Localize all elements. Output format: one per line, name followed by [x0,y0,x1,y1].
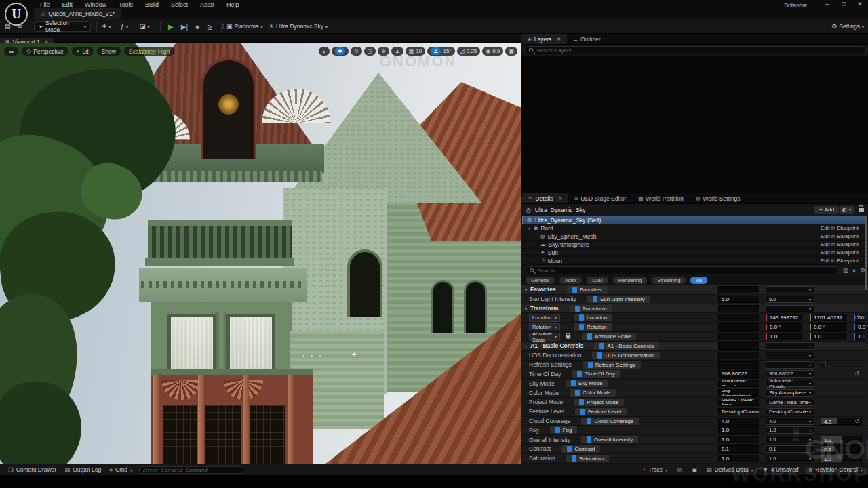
maximize-viewport-button[interactable]: ▣ [505,47,517,56]
uds-documentation-button[interactable]: Feature Level [575,408,627,415]
grid-snap-control[interactable]: ▦10 [406,47,425,56]
settings-dropdown[interactable]: ⚙ Settings [831,19,864,34]
property-row[interactable]: ▾ Fog Fog Fog Fog 1.0 1.0 1.0 [521,426,868,435]
number-field[interactable] [718,333,760,340]
property-checkbox[interactable] [821,362,826,367]
component-row-selected[interactable]: ◎ Ultra_Dynamic_Sky (Self) [522,216,865,224]
property-row[interactable]: ▾ Saturation Saturation Saturation Satur… [521,454,868,464]
property-row[interactable]: ▾ Absolute Scale Absolute Scale Absolute… [521,332,868,342]
property-row[interactable]: ▾ Time Of Day Time Of Day Time Of Day Ti… [521,369,868,379]
number-field[interactable]: 4.0 [718,418,760,425]
property-row[interactable]: ▾ Sun Light Intensity Sun Light Intensit… [521,295,868,304]
menu-item[interactable]: File [34,1,56,8]
number-field[interactable]: Sky Atmosphere [718,389,760,396]
filter-chip[interactable]: All [690,277,707,284]
property-row[interactable]: ▾ Rotation Rotation Rotation Rotation 0.… [521,323,868,332]
menu-item[interactable]: Window [79,1,113,8]
property-dropdown[interactable]: 1.0 [766,426,814,434]
expand-caret-icon[interactable]: ▾ [528,226,534,230]
property-dropdown[interactable]: Volumetric Clouds [766,380,814,387]
uds-documentation-button[interactable]: Saturation [566,455,609,462]
number-field[interactable]: 1.0 [718,436,760,443]
number-field[interactable] [718,323,760,331]
section-caret-icon[interactable]: ▾ [525,287,527,292]
details-scrollbar[interactable] [865,216,867,464]
details-search-input[interactable] [537,268,835,274]
select-tool-button[interactable]: ➤ [319,47,330,56]
uds-documentation-button[interactable]: A1 - Basic Controls [594,342,658,350]
trace-dropdown[interactable]: ◔Trace [642,466,668,473]
add-component-button[interactable]: +Add [814,206,839,214]
lit-dropdown[interactable]: ◐Lit [72,47,94,56]
reset-to-default-icon[interactable] [854,371,859,377]
panel-tab[interactable]: ◈ Layers ✕ [521,34,567,44]
component-tree-row[interactable]: ☀ Sun Edit in Blueprint [521,249,868,257]
property-row[interactable]: ▾ Cloud Coverage Cloud Coverage Cloud Co… [521,417,868,426]
filter-chip[interactable]: Actor [559,277,583,284]
favorites-star-icon[interactable]: ★ [852,267,857,274]
uds-documentation-button[interactable]: Project Mode [574,399,624,406]
component-tree-row[interactable]: ☽ Moon Edit in Blueprint [521,257,868,265]
uds-documentation-button[interactable]: Cloud Coverage [581,418,639,425]
panel-tab[interactable]: ≔ Details ✕ [521,193,568,203]
property-dropdown[interactable] [766,286,814,293]
uds-documentation-button[interactable]: Absolute Scale [582,333,636,340]
reset-to-default-icon[interactable] [854,314,859,321]
uds-documentation-button[interactable]: Rotation [574,323,612,331]
reset-to-default-icon[interactable] [854,418,859,424]
vector-mode-dropdown[interactable]: Absolute Scale [529,333,560,341]
component-tree-row[interactable]: ◍ Sky_Sphere_Mesh Edit in Blueprint [521,232,868,241]
edit-in-blueprint-link[interactable]: Edit in Blueprint [821,258,859,264]
play-button[interactable]: ▶ [168,23,174,30]
viewport-3d-scene[interactable]: + • • • [0,43,521,464]
uds-documentation-button[interactable]: Refresh Settings [583,361,641,369]
scale-lock-icon[interactable] [566,335,570,338]
filter-chip[interactable]: Streaming [652,277,686,284]
perspective-dropdown[interactable]: ◇Perspective [22,47,68,56]
number-field[interactable]: 5.0 [718,296,760,303]
show-dropdown[interactable]: Show [97,47,121,56]
window-control-button[interactable]: – [823,1,831,7]
edit-in-blueprint-link[interactable]: Edit in Blueprint [821,233,859,239]
viewport-options-menu[interactable]: ☰ [4,47,18,56]
uds-documentation-button[interactable]: Transform [570,305,612,312]
uds-documentation-button[interactable]: UDS Documentation [592,352,660,359]
frame-skip-button[interactable]: ▶| [181,23,188,30]
content-drawer-button[interactable]: ❏Content Drawer [8,466,56,473]
number-field[interactable] [718,352,760,359]
number-field[interactable] [718,342,760,350]
section-caret-icon[interactable]: ▾ [525,344,527,348]
uds-documentation-button[interactable]: Overall Intensity [581,436,638,443]
menu-item[interactable]: Tools [113,1,139,8]
property-row[interactable]: ▾ Location Location Location Location 74… [521,313,868,323]
ultra-dynamic-sky-button[interactable]: ☀ Ultra Dynamic Sky [269,19,328,34]
property-dropdown[interactable] [766,352,814,359]
property-dropdown[interactable]: 4.0 [766,418,814,425]
output-log-button[interactable]: ▤Output Log [64,466,101,473]
layers-search-box[interactable] [524,46,866,54]
uds-documentation-button[interactable]: Sky Mode [566,380,608,387]
cmd-dropdown[interactable]: ⌗Cmd [109,466,132,474]
uds-documentation-button[interactable]: Time Of Day [572,370,620,378]
uds-documentation-button[interactable]: Fog [550,426,578,434]
insights-button[interactable]: ◎ [677,466,682,473]
property-dropdown[interactable] [766,361,814,369]
property-dropdown[interactable]: Sky Atmosphere [766,389,814,396]
close-icon[interactable]: ✕ [557,37,561,42]
number-field[interactable]: Desktop/Console [718,408,760,415]
camera-speed-control[interactable]: ◉0.9 [482,47,503,56]
number-field[interactable]: Game / Real-time [718,399,760,406]
number-field[interactable] [718,305,760,312]
scrollbar-thumb[interactable] [865,216,867,290]
revision-control-dropdown[interactable]: ⋔Revision Control [808,466,863,473]
uds-documentation-button[interactable]: Sun Light Intensity [587,296,650,303]
scale-tool-button[interactable]: ◳ [364,47,376,56]
number-field[interactable] [718,361,760,369]
vector-mode-dropdown[interactable]: Location [529,314,560,322]
platforms-dropdown[interactable]: ▣ Platforms [226,19,262,34]
property-dropdown[interactable]: 1.0 [766,455,814,462]
stop-button[interactable]: ■ [195,23,199,30]
vector-y-field[interactable]: 0.0 ° [810,323,846,331]
close-icon[interactable]: ✕ [558,196,562,201]
vector-y-field[interactable]: 1201.40237 [810,314,846,321]
